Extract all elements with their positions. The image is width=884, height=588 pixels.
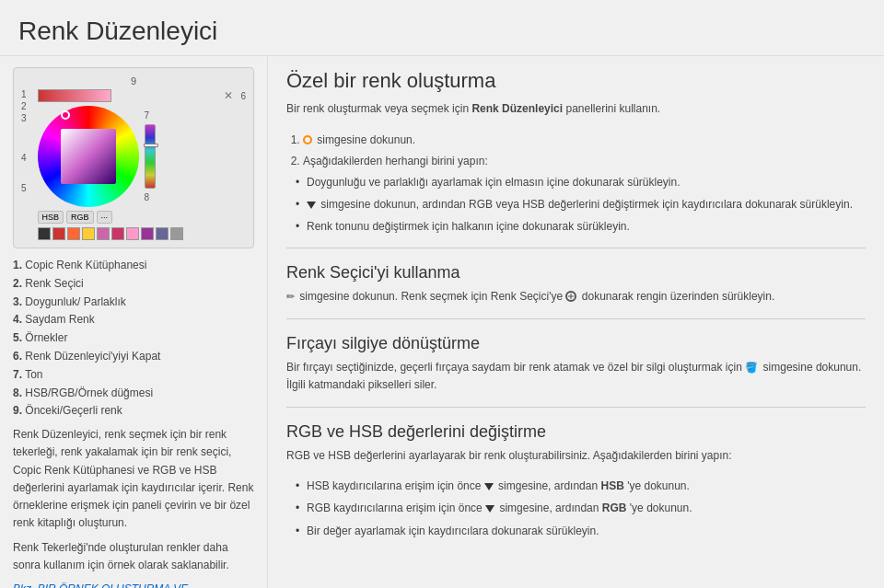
swatch-7[interactable] [126, 227, 139, 240]
tab-dots[interactable]: ··· [97, 211, 113, 224]
swatch-1[interactable] [38, 227, 51, 240]
color-wheel[interactable] [38, 106, 139, 207]
num-7: 7 [145, 110, 156, 121]
list-item-9: 9. Önceki/Geçerli renk [13, 403, 254, 419]
bullet-list-1: Doygunluğu ve parlaklığı ayarlamak için … [286, 174, 866, 236]
numbered-steps: simgesine dokunun. Aşağıdakilerden herha… [286, 132, 866, 236]
tone-slider[interactable] [145, 124, 156, 189]
bullet-4-3: Bir değer ayarlamak için kaydırıcılara d… [296, 523, 866, 540]
bullet-4-1: HSB kaydırıcılarına erişim için önce sim… [296, 478, 866, 495]
list-item-2: 2. Renk Seçici [13, 276, 254, 292]
pencil-icon: ✏ [286, 289, 295, 306]
link-example[interactable]: Bkz. BIR ÖRNEK OLUŞTURMA VE DEĞİŞTİRME. [13, 582, 188, 588]
bullet-1: Doygunluğu ve parlaklığı ayarlamak için … [296, 174, 866, 191]
num-8: 8 [145, 192, 156, 202]
num-4: 4 [21, 153, 27, 163]
num-1: 1 [21, 89, 27, 99]
section4-intro: RGB ve HSB değerlerini ayarlayarak bir r… [286, 447, 866, 465]
section2-title: Renk Seçici'yi kullanma [286, 263, 866, 282]
divider-3 [286, 407, 866, 408]
divider-1 [286, 248, 866, 248]
swatch-2[interactable] [52, 227, 65, 240]
list-item-4: 4. Saydam Renk [13, 312, 254, 328]
triangle-icon [307, 202, 316, 209]
num-6: 6 [240, 91, 246, 101]
swatches [38, 227, 246, 240]
divider-2 [286, 318, 866, 319]
side-numbers-left: 1 2 3 4 5 [21, 89, 27, 193]
swatch-5[interactable] [97, 227, 110, 240]
bullet-4-2: RGB kaydırıcılarına erişim için önce sim… [296, 500, 866, 517]
section1-intro: Bir renk oluşturmak veya seçmek için Ren… [286, 100, 866, 118]
steps-list: simgesine dokunun. Aşağıdakilerden herha… [286, 132, 866, 170]
swatch-10[interactable] [170, 227, 183, 240]
num-5: 5 [21, 183, 27, 193]
section3-text: Bir fırçayı seçtiğinizde, geçerli fırçay… [286, 359, 866, 394]
swatch-4[interactable] [82, 227, 95, 240]
right-panel: Özel bir renk oluşturma Bir renk oluştur… [267, 56, 884, 588]
section3-title: Fırçayı silgiye dönüştürme [286, 334, 866, 353]
num-3: 3 [21, 113, 27, 123]
swatch-3[interactable] [67, 227, 80, 240]
section2-text: ✏ simgesine dokunun. Renk seçmek için Re… [286, 288, 866, 306]
circle-icon [303, 135, 312, 144]
bullet-2: simgesine dokunun, ardından RGB veya HSB… [296, 196, 866, 213]
section1-title: Özel bir renk oluşturma [286, 69, 866, 93]
saturation-square[interactable] [61, 129, 116, 184]
body-intro-text: Renk Düzenleyici, renk seçmek için bir r… [13, 426, 254, 588]
close-icon[interactable]: ✕ [224, 89, 233, 102]
color-wheel-handle[interactable] [61, 110, 70, 120]
bullet-3: Renk tonunu değiştirmek için halkanın iç… [296, 218, 866, 236]
swatch-8[interactable] [141, 227, 154, 240]
swatch-6[interactable] [111, 227, 124, 240]
triangle-icon-2 [484, 483, 494, 490]
plus-circle-icon [565, 291, 576, 302]
tab-hsb[interactable]: HSB [38, 211, 64, 224]
step-2: Aşağıdakilerden herhangi birini yapın: [303, 153, 866, 170]
color-editor-widget: 9 1 2 3 4 5 ✕ 6 [13, 67, 254, 248]
color-preview [38, 89, 111, 102]
list-item-8: 8. HSB/RGB/Örnek düğmesi [13, 386, 254, 401]
list-item-7: 7. Ton [13, 367, 254, 383]
number-9-label: 9 [21, 75, 246, 86]
items-list: 1. Copic Renk Kütüphanesi 2. Renk Seçici… [13, 258, 254, 419]
left-panel: 9 1 2 3 4 5 ✕ 6 [0, 56, 267, 588]
step-1: simgesine dokunun. [303, 132, 866, 149]
tab-rgb[interactable]: RGB [66, 211, 94, 224]
list-item-5: 5. Örnekler [13, 330, 254, 346]
section4-title: RGB ve HSB değerlerini değiştirme [286, 422, 866, 442]
num-2: 2 [21, 101, 27, 111]
center-controls: ✕ 6 7 [38, 89, 246, 240]
page-title: Renk Düzenleyici [0, 0, 884, 56]
list-item-3: 3. Doygunluk/ Parlaklık [13, 294, 254, 310]
list-item-1: 1. Copic Renk Kütüphanesi [13, 258, 254, 273]
swatch-9[interactable] [156, 227, 169, 240]
bucket-icon: 🪣 [745, 360, 758, 376]
tab-row: HSB RGB ··· [38, 211, 246, 224]
list-item-6: 6. Renk Düzenleyici'yiyi Kapat [13, 349, 254, 364]
triangle-icon-3 [485, 505, 494, 513]
bullet-list-4: HSB kaydırıcılarına erişim için önce sim… [286, 478, 866, 540]
